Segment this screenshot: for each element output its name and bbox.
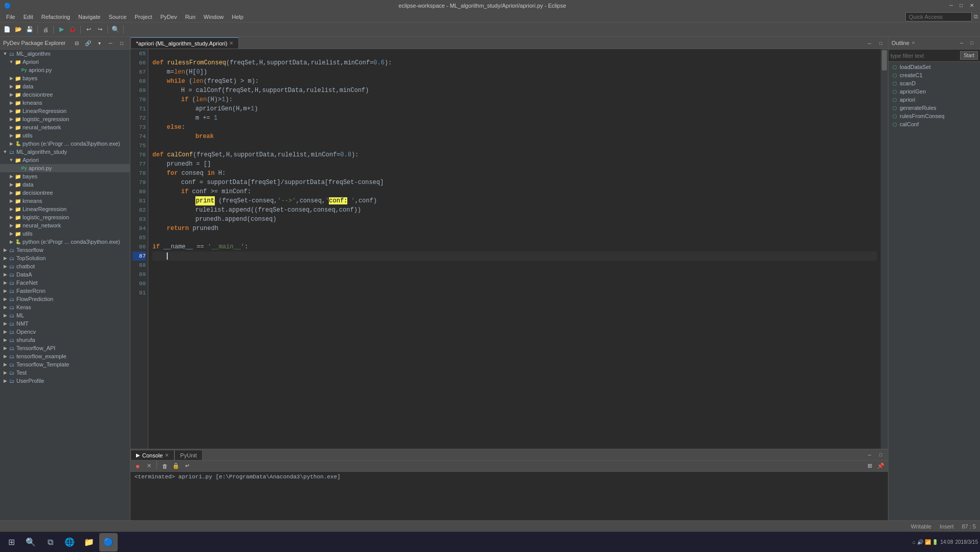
start-button[interactable]: ⊞ (2, 533, 20, 551)
close-button[interactable]: ✕ (970, 3, 976, 9)
collapse-all-button[interactable]: ⊟ (72, 38, 82, 48)
tab-close-button[interactable]: ✕ (229, 40, 233, 46)
menu-pydev[interactable]: PyDev (157, 13, 181, 21)
outline-item-createC1[interactable]: ⬡ createC1 (888, 71, 980, 79)
run-button[interactable]: ▶ (56, 25, 66, 35)
tree-item-neural-1[interactable]: ▶ 📁 neural_network (0, 123, 130, 131)
tree-item-bayes-2[interactable]: ▶ 📁 bayes (0, 172, 130, 180)
scroll-thumb[interactable] (882, 50, 887, 71)
open-console-button[interactable]: ⊞ (864, 461, 875, 471)
outline-item-generateRules[interactable]: ⬡ generateRules (888, 104, 980, 112)
tree-item-ml-algorithm[interactable]: ▼ 🗂 ML_algorithm (0, 50, 130, 58)
tree-item-data-2[interactable]: ▶ 📁 data (0, 180, 130, 189)
taskview-button[interactable]: ⧉ (41, 533, 59, 551)
search-taskbar-button[interactable]: 🔍 (21, 533, 40, 551)
tree-item-decisiontree-2[interactable]: ▶ 📁 decisiontree (0, 189, 130, 197)
tree-item-nmt[interactable]: ▶ 🗂 NMT (0, 319, 130, 328)
tree-item-decisiontree-1[interactable]: ▶ 📁 decisiontree (0, 90, 130, 99)
tree-item-tensorflow-template[interactable]: ▶ 🗂 Tensorflow_Template (0, 360, 130, 369)
search-button[interactable]: 🔍 (110, 25, 121, 35)
tree-item-bayes-1[interactable]: ▶ 📁 bayes (0, 74, 130, 82)
tree-item-kmeans-2[interactable]: ▶ 📁 kmeans (0, 197, 130, 205)
tree-item-test[interactable]: ▶ 🗂 Test (0, 369, 130, 377)
console-tab[interactable]: ▶ Console ✕ (130, 450, 174, 460)
outline-close-icon[interactable]: ✕ (911, 40, 916, 45)
menu-refactoring[interactable]: Refactoring (37, 13, 74, 21)
outline-item-rulesFromConseq[interactable]: ⬡ rulesFromConseq (888, 112, 980, 120)
tree-item-neural-2[interactable]: ▶ 📁 neural_network (0, 221, 130, 229)
tree-item-ml-algorithm-study[interactable]: ▼ 🗂 ML_algorithm_study (0, 148, 130, 156)
tree-item-ml[interactable]: ▶ 🗂 ML (0, 311, 130, 319)
tree-item-logreg-1[interactable]: ▶ 📁 logistic_regression (0, 115, 130, 123)
menu-navigate[interactable]: Navigate (74, 13, 104, 21)
eclipse-taskbar-button[interactable]: 🔵 (99, 533, 118, 551)
tree-item-utils-2[interactable]: ▶ 📁 utils (0, 229, 130, 238)
editor-tab-apriori[interactable]: *apriori (ML_algorithm_study.Apriori) ✕ (130, 37, 239, 49)
maximize-button[interactable]: □ (960, 3, 966, 9)
quick-access-input[interactable] (905, 12, 972, 21)
print-button[interactable]: 🖨 (40, 25, 51, 35)
debug-button[interactable]: 🐞 (68, 25, 78, 35)
outline-item-scanD[interactable]: ⬡ scanD (888, 79, 980, 87)
outline-maximize-button[interactable]: □ (967, 38, 977, 48)
minimize-panel-button[interactable]: ─ (105, 38, 116, 48)
menu-project[interactable]: Project (130, 13, 156, 21)
save-button[interactable]: 💾 (25, 25, 35, 35)
vertical-scrollbar[interactable] (881, 49, 888, 449)
pyunit-tab[interactable]: PyUnit (174, 450, 202, 460)
outline-filter-input[interactable] (890, 53, 960, 59)
edge-button[interactable]: 🌐 (60, 533, 79, 551)
outline-item-loadDataSet[interactable]: ⬡ loadDataSet (888, 63, 980, 71)
tree-item-apriori-1[interactable]: ▼ 📁 Apriori (0, 58, 130, 66)
menu-run[interactable]: Run (181, 13, 199, 21)
tree-item-logreg-2[interactable]: ▶ 📁 logistic_regression (0, 213, 130, 221)
minimize-button[interactable]: ─ (949, 3, 955, 9)
console-minimize-button[interactable]: ─ (864, 450, 875, 460)
tree-item-kmeans-1[interactable]: ▶ 📁 kmeans (0, 99, 130, 107)
tree-item-fasterrcnn[interactable]: ▶ 🗂 FasterRcnn (0, 287, 130, 295)
pin-console-button[interactable]: 📌 (876, 461, 886, 471)
menu-source[interactable]: Source (104, 13, 130, 21)
tree-item-keras[interactable]: ▶ 🗂 Keras (0, 303, 130, 311)
tree-item-apriori-py-1[interactable]: ▶ Py apriori.py (0, 66, 130, 74)
tree-item-utils-1[interactable]: ▶ 📁 utils (0, 131, 130, 140)
maximize-editor-button[interactable]: □ (876, 38, 886, 49)
new-button[interactable]: 📄 (2, 25, 12, 35)
tree-item-tensorflow[interactable]: ▶ 🗂 Tensorflow (0, 246, 130, 254)
tree-item-topsolution[interactable]: ▶ 🗂 TopSolution (0, 254, 130, 262)
outline-item-aprioriGen[interactable]: ⬡ aprioriGen (888, 87, 980, 96)
console-tab-close[interactable]: ✕ (165, 452, 169, 458)
remove-launch-button[interactable]: ✕ (144, 461, 154, 471)
code-content[interactable]: def rulessFromConseq(freqSet,H,supportDa… (148, 49, 881, 449)
clear-console-button[interactable]: 🗑 (160, 461, 170, 471)
code-editor[interactable]: 65 66 67 68 69 70 71 72 73 74 75 76 77 7… (130, 49, 888, 449)
tree-item-apriori-2[interactable]: ▼ 📁 Apriori (0, 156, 130, 164)
tree-item-flowprediction[interactable]: ▶ 🗂 FlowPrediction (0, 295, 130, 303)
minimize-editor-button[interactable]: ─ (864, 38, 875, 49)
word-wrap-button[interactable]: ↵ (182, 461, 192, 471)
open-button[interactable]: 📂 (13, 25, 24, 35)
file-explorer-button[interactable]: 📁 (80, 533, 98, 551)
tree-item-facenet[interactable]: ▶ 🗂 FaceNet (0, 279, 130, 287)
terminate-button[interactable]: ■ (132, 461, 143, 471)
scroll-lock-button[interactable]: 🔒 (171, 461, 181, 471)
tree-item-python-1[interactable]: ▶ 🐍 python (e:\Progr ... conda3\python.e… (0, 140, 130, 148)
tree-item-shurufa[interactable]: ▶ 🗂 shurufa (0, 336, 130, 344)
tree-item-chatbot[interactable]: ▶ 🗂 chatbot (0, 262, 130, 270)
outline-minimize-button[interactable]: ─ (956, 38, 967, 48)
tree-item-dataa[interactable]: ▶ 🗂 DataA (0, 270, 130, 279)
menu-window[interactable]: Window (199, 13, 228, 21)
tree-item-linearreg-1[interactable]: ▶ 📁 LinearRegression (0, 107, 130, 115)
menu-help[interactable]: Help (228, 13, 248, 21)
menu-file[interactable]: File (2, 13, 19, 21)
sidebar-menu-button[interactable]: ▾ (94, 38, 104, 48)
tree-item-python-2[interactable]: ▶ 🐍 python (e:\Progr ... conda3\python.e… (0, 238, 130, 246)
outline-item-apriori[interactable]: ⬡ apriori (888, 96, 980, 104)
maximize-panel-button[interactable]: □ (117, 38, 127, 48)
tree-item-linearreg-2[interactable]: ▶ 📁 LinearRegression (0, 205, 130, 213)
link-with-editor-button[interactable]: 🔗 (83, 38, 93, 48)
tree-item-apriori-py-2[interactable]: ▶ Py apriori.py (0, 164, 130, 172)
tree-item-data-1[interactable]: ▶ 📁 data (0, 82, 130, 90)
outline-start-button[interactable]: Start (960, 51, 978, 60)
tree-item-tensorflow-example[interactable]: ▶ 🗂 tensorflow_example (0, 352, 130, 360)
